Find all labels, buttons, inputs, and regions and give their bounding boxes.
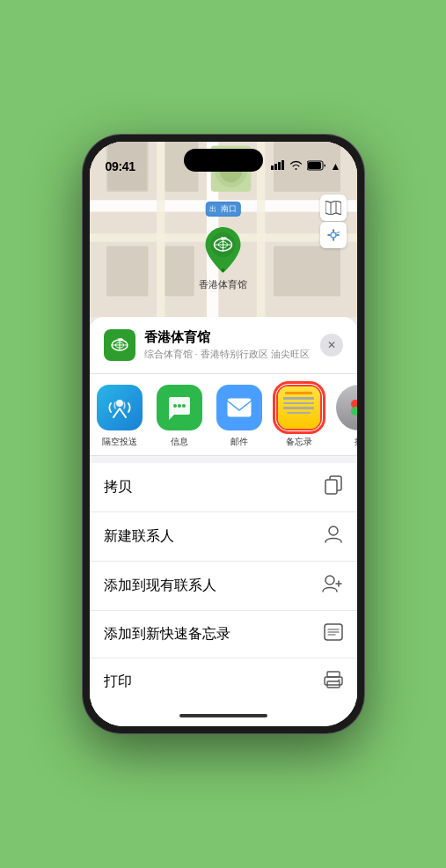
map-north-exit-label: 出 南口 <box>205 202 241 217</box>
share-item-more[interactable]: 推 <box>329 385 357 448</box>
messages-label: 信息 <box>171 436 188 448</box>
action-print[interactable]: 打印 <box>90 658 357 705</box>
home-indicator <box>90 705 357 726</box>
battery-icon <box>307 160 326 173</box>
svg-rect-65 <box>327 672 340 677</box>
svg-rect-2 <box>278 162 281 170</box>
svg-point-52 <box>351 407 357 416</box>
share-item-messages[interactable]: 信息 <box>150 385 209 448</box>
phone-frame: 09:41 <box>83 135 364 733</box>
status-time: 09:41 <box>106 159 135 173</box>
printer-icon <box>324 671 343 693</box>
action-add-existing-label: 添加到现有联系人 <box>104 577 216 595</box>
notes-label: 备忘录 <box>286 436 312 448</box>
svg-point-56 <box>329 526 338 535</box>
svg-rect-40 <box>118 338 119 342</box>
share-item-notes[interactable]: 备忘录 <box>269 385 329 448</box>
action-list: 拷贝 新建联系人 <box>90 463 357 705</box>
place-icon <box>104 329 135 361</box>
svg-rect-5 <box>308 162 321 169</box>
location-pin: 香港体育馆 <box>199 225 247 291</box>
more-label: 推 <box>355 436 357 448</box>
action-new-contact-label: 新建联系人 <box>104 527 174 546</box>
home-bar <box>179 714 267 717</box>
dynamic-island <box>184 149 263 172</box>
action-new-contact[interactable]: 新建联系人 <box>90 512 357 562</box>
status-icons: ▲ <box>271 160 341 173</box>
svg-rect-1 <box>274 164 277 170</box>
signal-icon <box>271 160 285 173</box>
location-button[interactable] <box>320 222 347 248</box>
svg-point-32 <box>222 268 225 272</box>
copy-icon <box>324 475 343 499</box>
person-icon <box>324 525 343 548</box>
svg-rect-48 <box>227 398 252 417</box>
action-quick-note-label: 添加到新快速备忘录 <box>104 625 230 644</box>
action-add-quick-note[interactable]: 添加到新快速备忘录 <box>90 611 357 658</box>
pin-label: 香港体育馆 <box>199 278 247 291</box>
svg-rect-28 <box>222 237 223 240</box>
place-name: 香港体育馆 <box>144 329 320 346</box>
map-type-button[interactable] <box>320 195 347 221</box>
share-item-mail[interactable]: 邮件 <box>209 385 269 448</box>
action-add-existing-contact[interactable]: 添加到现有联系人 <box>90 562 357 611</box>
mail-icon <box>216 385 262 430</box>
airdrop-icon <box>97 385 143 430</box>
action-print-label: 打印 <box>104 673 132 691</box>
mail-label: 邮件 <box>230 436 248 448</box>
close-button[interactable]: ✕ <box>320 334 343 357</box>
svg-rect-17 <box>165 246 194 297</box>
phone-screen: 09:41 <box>90 142 357 726</box>
person-add-icon <box>322 574 343 598</box>
notes-icon <box>276 385 322 430</box>
svg-point-57 <box>325 576 334 585</box>
place-info: 香港体育馆 综合体育馆 · 香港特别行政区 油尖旺区 ✕ <box>90 317 357 374</box>
messages-icon <box>157 385 202 430</box>
share-item-airdrop[interactable]: 隔空投送 <box>90 385 150 448</box>
svg-rect-42 <box>121 338 121 342</box>
bottom-sheet: 香港体育馆 综合体育馆 · 香港特别行政区 油尖旺区 ✕ <box>90 317 357 726</box>
map-controls <box>320 195 347 248</box>
svg-rect-0 <box>271 166 274 170</box>
place-text: 香港体育馆 综合体育馆 · 香港特别行政区 油尖旺区 <box>144 329 320 361</box>
svg-rect-3 <box>281 160 284 170</box>
svg-point-44 <box>116 400 123 407</box>
airdrop-label: 隔空投送 <box>102 436 137 448</box>
action-copy-label: 拷贝 <box>104 478 132 497</box>
place-subtitle: 综合体育馆 · 香港特别行政区 油尖旺区 <box>144 348 320 361</box>
more-icon <box>336 385 357 430</box>
action-copy[interactable]: 拷贝 <box>90 463 357 512</box>
location-icon: ▲ <box>331 160 341 173</box>
svg-point-35 <box>331 232 336 238</box>
svg-rect-55 <box>325 480 337 494</box>
svg-rect-30 <box>224 237 225 240</box>
svg-rect-18 <box>274 246 340 297</box>
svg-point-45 <box>173 404 177 408</box>
svg-point-46 <box>178 404 181 408</box>
quick-note-icon <box>324 623 343 645</box>
wifi-icon <box>289 160 303 173</box>
svg-rect-16 <box>106 246 149 297</box>
share-row: 隔空投送 信息 <box>90 374 357 456</box>
svg-point-47 <box>182 404 186 408</box>
